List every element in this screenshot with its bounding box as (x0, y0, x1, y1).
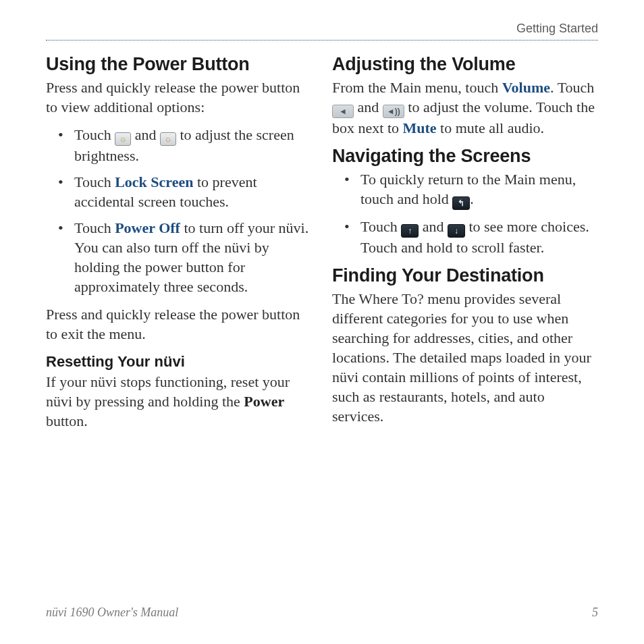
manual-page: Getting Started Using the Power Button P… (0, 0, 644, 644)
column-right: Adjusting the Volume From the Main menu,… (332, 50, 598, 439)
list-item: Touch Power Off to turn off your nüvi. Y… (61, 218, 312, 296)
bold-power: Power (244, 393, 284, 410)
heading-resetting: Resetting Your nüvi (46, 353, 312, 371)
heading-volume: Adjusting the Volume (332, 54, 598, 75)
paragraph-resetting: If your nüvi stops functioning, reset yo… (46, 372, 312, 431)
link-lock-screen: Lock Screen (115, 173, 193, 190)
heading-navigating: Navigating the Screens (332, 146, 598, 167)
brightness-down-icon: ☼ (115, 132, 131, 146)
text: Touch (74, 219, 115, 236)
header-divider (46, 40, 598, 41)
list-item: Touch Lock Screen to prevent accidental … (61, 172, 312, 211)
list-item: To quickly return to the Main menu, touc… (347, 169, 598, 210)
text: From the Main menu, touch (332, 79, 502, 96)
text: Touch (74, 173, 115, 190)
text: to mute all audio. (437, 119, 544, 136)
scroll-up-icon: ↑ (401, 224, 419, 238)
text: and (419, 218, 448, 235)
text: . Touch (550, 79, 594, 96)
link-volume: Volume (502, 79, 550, 96)
paragraph-finding: The Where To? menu provides several diff… (332, 289, 598, 426)
volume-down-icon: ◄ (332, 105, 354, 118)
two-column-layout: Using the Power Button Press and quickly… (46, 50, 598, 439)
text: Touch (360, 218, 401, 235)
back-icon: ↰ (452, 196, 470, 210)
link-power-off: Power Off (115, 219, 180, 236)
running-head: Getting Started (46, 22, 598, 40)
text: . (470, 190, 474, 207)
paragraph-volume: From the Main menu, touch Volume. Touch … (332, 78, 598, 138)
column-left: Using the Power Button Press and quickly… (46, 50, 312, 439)
power-bullet-list: Touch ☼ and ☼ to adjust the screen brigh… (46, 125, 312, 296)
text: button. (46, 412, 88, 429)
page-footer: nüvi 1690 Owner's Manual 5 (46, 606, 598, 620)
heading-finding: Finding Your Destination (332, 265, 598, 286)
footer-page-number: 5 (592, 606, 598, 620)
list-item: Touch ↑ and ↓ to see more choices. Touch… (347, 217, 598, 257)
text: and (135, 126, 160, 143)
scroll-down-icon: ↓ (448, 224, 465, 238)
nav-bullet-list: To quickly return to the Main menu, touc… (332, 169, 598, 257)
link-mute: Mute (403, 119, 437, 136)
paragraph-power-intro: Press and quickly release the power butt… (46, 78, 312, 117)
text: and (354, 99, 383, 115)
heading-power-button: Using the Power Button (46, 54, 312, 75)
paragraph-power-exit: Press and quickly release the power butt… (46, 304, 312, 344)
text: Touch (74, 126, 115, 143)
list-item: Touch ☼ and ☼ to adjust the screen brigh… (61, 125, 312, 165)
brightness-up-icon: ☼ (160, 132, 176, 146)
footer-manual-title: nüvi 1690 Owner's Manual (46, 606, 178, 620)
volume-up-icon: ◄)) (383, 105, 404, 118)
